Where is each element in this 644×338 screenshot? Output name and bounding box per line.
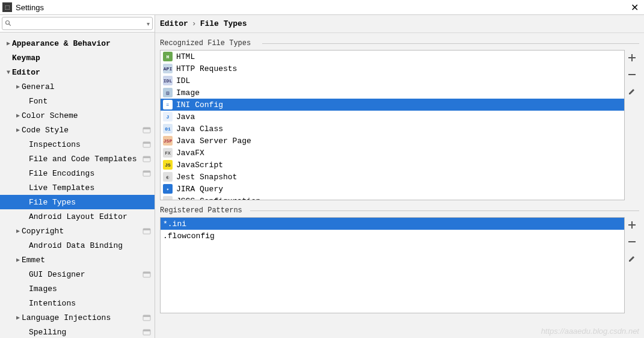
tree-item[interactable]: ▶Language Injections — [0, 310, 155, 325]
svg-rect-9 — [143, 171, 150, 173]
filetype-icon: JS — [163, 160, 173, 170]
breadcrumb: Editor › File Types — [155, 15, 644, 33]
tree-item-label: Font — [29, 97, 151, 106]
filetype-row[interactable]: JSJavaScript — [161, 159, 624, 171]
project-scope-icon — [143, 227, 151, 235]
tree-item[interactable]: ▶Spelling — [0, 325, 155, 338]
filetype-row[interactable]: ▤Image — [161, 87, 624, 99]
tree-item[interactable]: ▶File and Code Templates — [0, 152, 155, 166]
add-button[interactable] — [627, 220, 637, 230]
expand-icon: ▶ — [14, 83, 22, 90]
search-history-icon[interactable]: ▾ — [147, 20, 150, 27]
filetype-icon: JSP — [163, 136, 173, 146]
tree-item[interactable]: ▶Font — [0, 94, 155, 108]
tree-item[interactable]: ▶Code Style — [0, 123, 155, 137]
tree-item[interactable]: ▶Live Templates — [0, 180, 155, 195]
project-scope-icon — [143, 140, 151, 149]
filetype-label: IDL — [176, 76, 190, 85]
tree-item[interactable]: ▶Inspections — [0, 137, 155, 152]
tree-item-label: Color Scheme — [22, 111, 151, 120]
tree-item[interactable]: ▶File Encodings — [0, 166, 155, 180]
svg-rect-15 — [143, 315, 150, 317]
project-scope-icon — [143, 169, 151, 177]
project-scope-icon — [143, 126, 151, 134]
filetype-row[interactable]: HHTML — [161, 51, 624, 63]
filetype-row[interactable]: ✦JIRA Query — [161, 183, 624, 195]
add-button[interactable] — [627, 52, 637, 63]
main-panel: Editor › File Types Recognized File Type… — [155, 15, 644, 338]
tree-item[interactable]: ▶Appearance & Behavior — [0, 36, 155, 51]
edit-button[interactable] — [627, 253, 637, 264]
close-icon[interactable]: ✕ — [627, 2, 642, 13]
tree-item[interactable]: ▶Emmet — [0, 253, 155, 267]
tree-item[interactable]: ▶Copyright — [0, 224, 155, 238]
search-input[interactable] — [12, 18, 147, 29]
tree-item-label: File Types — [29, 198, 151, 207]
tree-item[interactable]: ▶Android Layout Editor — [0, 209, 155, 224]
filetype-icon: IDL — [163, 76, 173, 85]
search-icon — [5, 20, 12, 27]
tree-item-label: Appearance & Behavior — [12, 39, 151, 48]
filetype-row[interactable]: ≡JSCS Configuration — [161, 195, 624, 200]
filetype-icon: ✦ — [163, 184, 173, 194]
filetype-label: Java — [176, 112, 195, 121]
tree-item[interactable]: ▶Images — [0, 281, 155, 296]
svg-rect-11 — [143, 229, 150, 230]
tree-item[interactable]: ▼Editor — [0, 65, 155, 79]
tree-item[interactable]: ▶Intentions — [0, 296, 155, 310]
filetypes-list[interactable]: HHTMLAPIHTTP RequestsIDLIDL▤Image≡INI Co… — [160, 50, 625, 200]
remove-button[interactable] — [627, 69, 637, 80]
remove-button[interactable] — [627, 236, 637, 247]
filetype-icon: API — [163, 64, 173, 73]
pattern-row[interactable]: .flowconfig — [161, 230, 624, 242]
svg-rect-17 — [143, 330, 150, 331]
filetype-row[interactable]: JSPJava Server Page — [161, 135, 624, 147]
svg-rect-7 — [143, 156, 150, 158]
settings-tree[interactable]: ▶Appearance & Behavior▶Keymap▼Editor▶Gen… — [0, 32, 155, 338]
tree-item-label: File and Code Templates — [29, 155, 143, 164]
filetype-label: JavaScript — [176, 161, 223, 170]
tree-item-label: Android Data Binding — [29, 241, 151, 250]
search-input-wrap[interactable]: ▾ — [2, 17, 153, 30]
breadcrumb-item[interactable]: Editor — [160, 19, 188, 28]
tree-item-label: Editor — [12, 68, 151, 77]
tree-item-label: Android Layout Editor — [29, 212, 151, 221]
svg-line-1 — [9, 24, 11, 26]
tree-item[interactable]: ▶File Types — [0, 195, 155, 209]
filetype-row[interactable]: ◐Jest Snapshot — [161, 171, 624, 183]
tree-item[interactable]: ▶Keymap — [0, 51, 155, 65]
filetype-row[interactable]: 01Java Class — [161, 123, 624, 135]
project-scope-icon — [143, 155, 151, 163]
expand-icon: ▶ — [14, 256, 22, 263]
pattern-label: .flowconfig — [163, 232, 215, 241]
tree-item-label: Spelling — [29, 328, 143, 337]
filetype-row[interactable]: IDLIDL — [161, 75, 624, 87]
filetype-icon: ≡ — [163, 100, 173, 109]
filetype-row[interactable]: FXJavaFX — [161, 147, 624, 159]
breadcrumb-item[interactable]: File Types — [200, 19, 247, 28]
svg-rect-3 — [143, 128, 150, 129]
tree-item-label: Images — [29, 284, 151, 293]
filetypes-toolbar — [625, 50, 639, 200]
tree-item-label: GUI Designer — [29, 270, 143, 279]
tree-item[interactable]: ▶General — [0, 79, 155, 94]
tree-item[interactable]: ▶GUI Designer — [0, 267, 155, 281]
tree-item[interactable]: ▶Color Scheme — [0, 108, 155, 123]
filetype-row[interactable]: ≡INI Config — [161, 99, 624, 111]
filetype-label: Image — [176, 88, 200, 97]
tree-item-label: Copyright — [22, 227, 143, 236]
settings-sidebar: ▾ ▶Appearance & Behavior▶Keymap▼Editor▶G… — [0, 15, 155, 338]
edit-button[interactable] — [627, 86, 637, 97]
section-label-patterns: Registered Patterns — [160, 204, 639, 217]
filetype-row[interactable]: JJava — [161, 111, 624, 123]
filetype-icon: ▤ — [163, 88, 173, 97]
filetype-icon: 01 — [163, 124, 173, 134]
tree-item-label: File Encodings — [29, 169, 143, 178]
filetype-icon: FX — [163, 148, 173, 158]
tree-item[interactable]: ▶Android Data Binding — [0, 238, 155, 253]
patterns-list[interactable]: *.ini.flowconfig — [160, 217, 625, 313]
filetype-row[interactable]: APIHTTP Requests — [161, 63, 624, 75]
expand-icon: ▶ — [14, 112, 22, 119]
pattern-row[interactable]: *.ini — [161, 218, 624, 230]
tree-item-label: Inspections — [29, 140, 143, 149]
